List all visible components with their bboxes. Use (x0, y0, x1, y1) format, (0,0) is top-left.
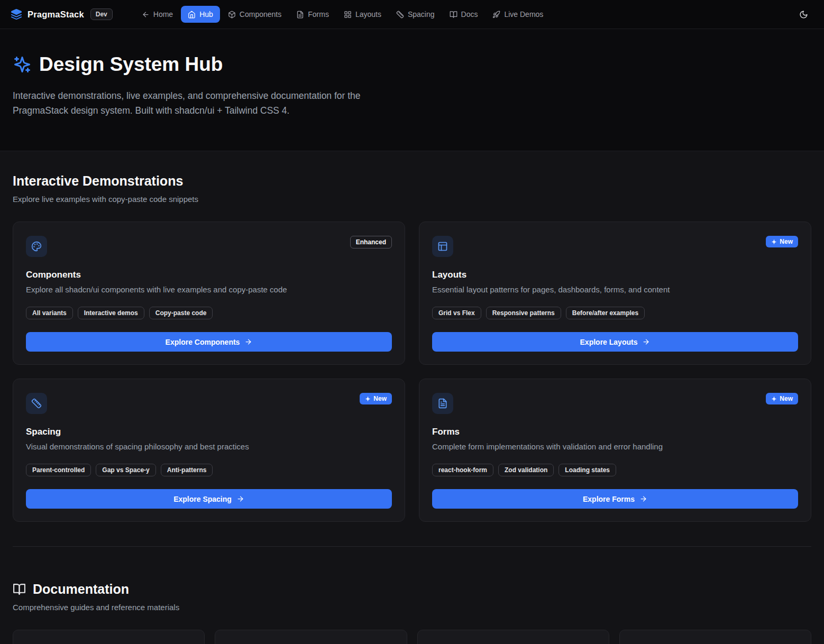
nav-item-label: Live Demos (504, 10, 543, 19)
demos-grid: Enhanced Components Explore all shadcn/u… (13, 222, 811, 522)
card-description: Explore all shadcn/ui components with li… (26, 285, 392, 294)
tag: All variants (26, 307, 73, 319)
card-tags: Parent-controlled Gap vs Space-y Anti-pa… (26, 464, 392, 476)
documentation-subtitle: Comprehensive guides and reference mater… (13, 603, 811, 612)
tag: Interactive demos (78, 307, 144, 319)
nav-item-label: Hub (199, 10, 213, 19)
nav-item-label: Spacing (408, 10, 435, 19)
file-text-icon (432, 393, 453, 414)
tag: Zod validation (498, 464, 554, 476)
sparkles-icon (13, 55, 32, 74)
book-open-icon (13, 583, 26, 596)
sparkles-icon (771, 239, 777, 245)
hero-section: Design System Hub Interactive demonstrat… (0, 29, 824, 151)
documentation-grid: Quick Start 5-minute crash course Comple… (13, 630, 811, 644)
explore-spacing-button[interactable]: Explore Spacing (26, 489, 392, 509)
brand-name: PragmaStack (28, 10, 84, 20)
button-label: Explore Components (166, 338, 240, 346)
card-title: Spacing (26, 427, 392, 437)
page-title: Design System Hub (13, 53, 811, 76)
nav-item-home[interactable]: Home (135, 6, 180, 23)
card-description: Complete form implementations with valid… (432, 442, 798, 451)
card-description: Essential layout patterns for pages, das… (432, 285, 798, 294)
nav-item-layouts[interactable]: Layouts (337, 6, 388, 23)
card-title: Forms (432, 427, 798, 437)
explore-forms-button[interactable]: Explore Forms (432, 489, 798, 509)
documentation-title: Documentation (13, 582, 811, 597)
arrow-right-icon (639, 495, 647, 503)
tag: Grid vs Flex (432, 307, 481, 319)
arrow-left-icon (142, 11, 150, 19)
nav-item-label: Forms (308, 10, 329, 19)
nav-item-label: Components (240, 10, 281, 19)
home-icon (188, 11, 196, 19)
nav-item-spacing[interactable]: Spacing (389, 6, 442, 23)
layout-grid-icon (344, 11, 352, 19)
card-title: Components (26, 270, 392, 280)
nav-item-docs[interactable]: Docs (443, 6, 485, 23)
page-subtitle: Interactive demonstrations, live example… (13, 88, 407, 118)
env-badge: Dev (90, 8, 113, 20)
explore-layouts-button[interactable]: Explore Layouts (432, 332, 798, 352)
nav-item-label: Layouts (355, 10, 381, 19)
arrow-right-icon (244, 338, 252, 346)
tag: react-hook-form (432, 464, 493, 476)
demo-card-components: Enhanced Components Explore all shadcn/u… (13, 222, 405, 365)
doc-card-complete-documentation[interactable]: Complete Documentation Full design syste… (215, 630, 407, 644)
documentation-title-text: Documentation (33, 582, 129, 597)
card-tags: Grid vs Flex Responsive patterns Before/… (432, 307, 798, 319)
arrow-right-icon (236, 495, 244, 503)
sparkles-icon (771, 396, 777, 402)
tag: Responsive patterns (486, 307, 561, 319)
doc-card-quick-start[interactable]: Quick Start 5-minute crash course (13, 630, 205, 644)
doc-card-quick-reference[interactable]: Quick Reference Cheat sheet for lookups (619, 630, 811, 644)
new-badge: New (360, 393, 392, 404)
demos-section: Interactive Demonstrations Explore live … (13, 173, 811, 522)
navbar: PragmaStack Dev Home Hub Components (0, 0, 824, 29)
button-label: Explore Forms (583, 495, 635, 503)
badge-label: New (780, 395, 793, 402)
tag: Parent-controlled (26, 464, 91, 476)
theme-toggle-button[interactable] (793, 4, 813, 24)
doc-card-ai-guidelines[interactable]: AI Guidelines Rules for AI code generati… (417, 630, 609, 644)
arrow-right-icon (642, 338, 650, 346)
layers-logo-icon (11, 8, 22, 20)
tag: Copy-paste code (149, 307, 213, 319)
tag: Loading states (559, 464, 616, 476)
button-label: Explore Spacing (173, 495, 232, 503)
nav-item-label: Home (153, 10, 173, 19)
page-title-text: Design System Hub (39, 53, 223, 76)
new-badge: New (766, 236, 798, 247)
moon-icon (799, 10, 808, 19)
nav-item-components[interactable]: Components (221, 6, 288, 23)
main-content: Interactive Demonstrations Explore live … (0, 151, 824, 644)
demo-card-layouts: New Layouts Essential layout patterns fo… (419, 222, 811, 365)
nav-item-hub[interactable]: Hub (181, 6, 220, 23)
nav-item-label: Docs (461, 10, 478, 19)
nav-item-live-demos[interactable]: Live Demos (486, 6, 550, 23)
new-badge: New (766, 393, 798, 404)
card-title: Layouts (432, 270, 798, 280)
nav-item-forms[interactable]: Forms (289, 6, 336, 23)
tag: Anti-patterns (161, 464, 213, 476)
book-open-icon (450, 11, 457, 19)
sparkles-icon (365, 396, 371, 402)
card-tags: All variants Interactive demos Copy-past… (26, 307, 392, 319)
box-icon (228, 11, 236, 19)
demos-section-title: Interactive Demonstrations (13, 173, 811, 189)
tag: Before/after examples (566, 307, 645, 319)
palette-icon (26, 236, 47, 257)
explore-components-button[interactable]: Explore Components (26, 332, 392, 352)
file-text-icon (296, 11, 304, 19)
nav-links: Home Hub Components Forms (135, 6, 551, 23)
rocket-icon (492, 11, 500, 19)
card-tags: react-hook-form Zod validation Loading s… (432, 464, 798, 476)
ruler-icon (396, 11, 404, 19)
documentation-section: Documentation Comprehensive guides and r… (13, 582, 811, 644)
demo-card-forms: New Forms Complete form implementations … (419, 379, 811, 522)
demo-card-spacing: New Spacing Visual demonstrations of spa… (13, 379, 405, 522)
button-label: Explore Layouts (580, 338, 638, 346)
demos-section-subtitle: Explore live examples with copy-paste co… (13, 195, 811, 204)
layout-panel-icon (432, 236, 453, 257)
brand[interactable]: PragmaStack (11, 8, 84, 20)
